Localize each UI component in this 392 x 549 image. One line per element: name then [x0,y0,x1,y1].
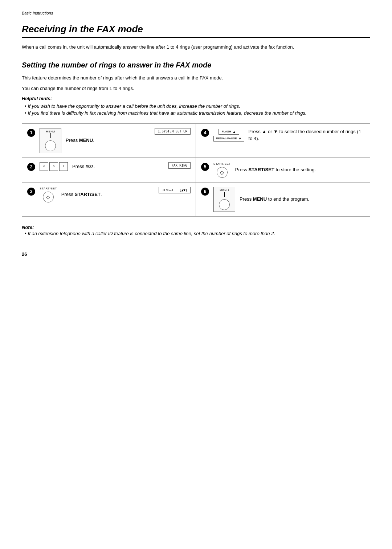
section-desc-2: You can change the number of rings from … [22,85,370,92]
redial-btn: REDIAL/PAUSE ▼ [213,136,244,142]
flash-arrow-up: ▲ [233,130,236,134]
step-2-content: # 0 7 Press #07. [40,162,164,171]
breadcrumb: Basic Instructions [22,11,370,17]
note-item-1: If an extension telephone with a caller … [25,230,370,237]
step-3-number: 3 [27,188,35,196]
page-title: Receiving in the FAX mode [22,24,370,38]
step-1-text: Press MENU. [66,137,94,144]
hint-item-2: If you find there is difficulty in fax r… [25,110,370,117]
step-5-text: Press START/SET to store the setting. [235,166,316,173]
step-2-number: 2 [27,163,35,171]
step-5-content: START/SET ◇ Press START/SET to store the… [213,162,365,178]
helpful-hints-label: Helpful hints: [22,96,370,101]
redial-arrow-down: ▼ [238,137,242,140]
hints-block: Helpful hints: If you wish to have the o… [22,96,370,117]
step-2-cell: 2 # 0 7 Press #07. FAX RING [22,158,196,183]
menu-btn-1 [45,140,56,151]
step-3-content: START/SET ◇ Press START/SET. [40,187,154,202]
step-2-text: Press #07. [72,163,95,170]
startset-label-5: START/SET [213,162,231,165]
page-number: 26 [22,251,370,257]
step-6-text: Press MENU to end the program. [240,196,309,203]
hash-btn: # [40,162,48,171]
diamond-5: ◇ [220,169,224,175]
menu-device-1: MENU [40,128,61,153]
step-1-display: 1.SYSTEM SET UP [155,128,191,135]
step-2-display: FAX RING [168,162,191,169]
seven-btn: 7 [59,162,68,171]
flash-btn: FLASH ▲ [219,129,239,135]
step-6-content: MENU Press MENU to end the program. [213,187,365,212]
startset-device-5: START/SET ◇ [213,162,231,178]
step-4-content: FLASH ▲ REDIAL/PAUSE ▼ Press ▲ or ▼ to s… [213,128,365,142]
note-label: Note: [22,225,370,230]
step-4-number: 4 [201,129,209,137]
menu-line-1 [50,133,51,138]
startset-label-3: START/SET [40,187,57,190]
step-3-text: Press START/SET. [61,191,102,198]
step-4-cell: 4 FLASH ▲ REDIAL/PAUSE ▼ Press ▲ or ▼ to… [196,124,370,158]
menu-label-1: MENU [46,130,55,133]
step-4-text: Press ▲ or ▼ to select the desired numbe… [249,128,365,142]
intro-text: When a call comes in, the unit will auto… [22,44,370,51]
menu-line-6 [224,192,225,197]
step-1-content: MENU Press MENU. [40,128,150,153]
hint-item-1: If you wish to have the opportunity to a… [25,103,370,110]
section-desc-1: This feature determines the number of ri… [22,74,370,82]
startset-device-3: START/SET ◇ [40,187,57,202]
startset-btn-5: ◇ [217,167,228,178]
section-title: Setting the number of rings to answer in… [22,61,370,69]
steps-container: 1 MENU Press MENU. 1.SYSTEM SET UP 4 FLA… [22,123,370,217]
menu-btn-6 [219,199,230,210]
step-1-cell: 1 MENU Press MENU. 1.SYSTEM SET UP [22,124,196,158]
zero-btn: 0 [49,162,58,171]
step-6-cell: 6 MENU Press MENU to end the program. [196,183,370,216]
step-3-display: RING=1 [▲▼] [159,187,191,193]
startset-btn-3: ◇ [43,192,54,202]
three-btns: # 0 7 [40,162,68,171]
diamond-3: ◇ [46,194,50,200]
step-5-number: 5 [201,163,209,171]
step-1-number: 1 [27,129,35,137]
step-3-cell: 3 START/SET ◇ Press START/SET. RING=1 [▲… [22,183,196,216]
step-5-cell: 5 START/SET ◇ Press START/SET to store t… [196,158,370,183]
menu-label-6: MENU [220,189,229,192]
note-section: Note: If an extension telephone with a c… [22,225,370,237]
flash-device: FLASH ▲ REDIAL/PAUSE ▼ [213,129,244,142]
step-6-number: 6 [201,188,209,196]
menu-device-6: MENU [213,187,235,212]
